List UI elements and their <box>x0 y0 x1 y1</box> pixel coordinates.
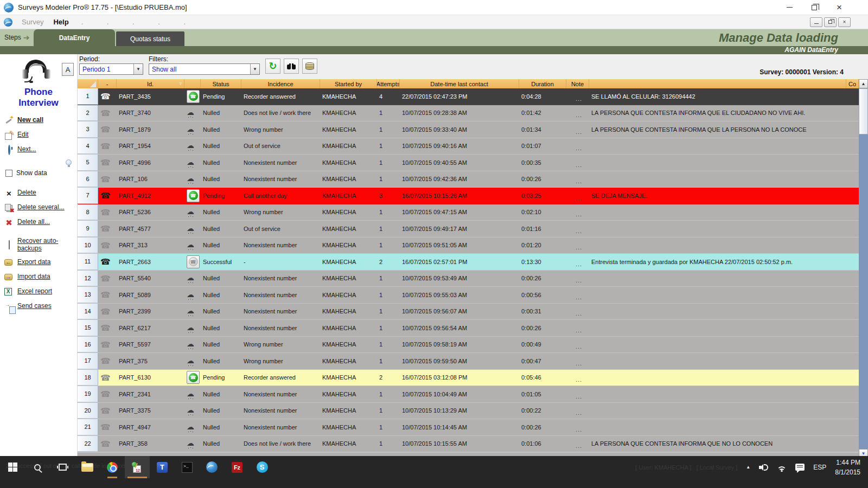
table-row[interactable]: 10☎PART_313☁NulledNonexistent numberKMAH… <box>78 237 859 254</box>
call-button[interactable]: ☎ <box>187 90 200 103</box>
notifications-icon[interactable] <box>795 464 805 471</box>
column-header-notetext[interactable] <box>589 79 846 88</box>
note-ellipsis-button[interactable]: ... <box>576 211 582 217</box>
child-minimize-button[interactable] <box>810 17 822 27</box>
edit-link[interactable]: Edit <box>17 131 29 139</box>
note-ellipsis-button[interactable]: ... <box>576 327 582 333</box>
table-row[interactable]: 17☎PART_375☁NulledWrong numberKMAHECHA11… <box>78 353 859 370</box>
note-ellipsis-button[interactable]: ... <box>576 261 582 267</box>
delete-several-link[interactable]: Delete several... <box>17 204 65 211</box>
show-data-checkbox[interactable] <box>5 170 12 177</box>
chevron-down-icon[interactable]: ▼ <box>133 64 143 74</box>
skype-button[interactable]: S <box>250 456 275 478</box>
teamviewer-button[interactable]: T <box>150 456 175 478</box>
note-ellipsis-button[interactable]: ... <box>576 426 582 433</box>
sidebar-item-excel-report[interactable]: X Excel report <box>4 287 77 297</box>
period-dropdown[interactable]: Periodo 1 ▼ <box>79 63 143 75</box>
file-explorer-button[interactable] <box>75 456 100 478</box>
wifi-icon[interactable] <box>777 464 787 471</box>
sidebar-item-next[interactable]: Next... <box>4 145 77 155</box>
table-row[interactable]: 13☎PART_5089☁NulledNonexistent numberKMA… <box>78 287 859 304</box>
table-row[interactable]: 12☎PART_5540☁NulledNonexistent numberKMA… <box>78 271 859 287</box>
column-header-corner[interactable] <box>78 79 98 88</box>
taskbar-clock[interactable]: 1:44 PM 8/1/2015 <box>835 458 860 477</box>
note-ellipsis-button[interactable]: ... <box>576 393 582 400</box>
note-ellipsis-button[interactable]: ... <box>576 112 582 118</box>
table-row[interactable]: 11☎PART_2663☎Successful-KMAHECHA216/07/2… <box>78 254 859 271</box>
table-row[interactable]: 14☎PART_2399☁NulledNonexistent numberKMA… <box>78 304 859 320</box>
column-header-note[interactable]: Note <box>566 79 589 88</box>
note-ellipsis-button[interactable]: ... <box>576 310 582 317</box>
note-ellipsis-button[interactable]: ... <box>576 145 582 151</box>
column-header-id[interactable]: Id.▿ <box>117 79 184 88</box>
table-row[interactable]: 1☎PART_3435☎PendingRecorder answeredKMAH… <box>78 88 859 105</box>
table-row[interactable]: 2☎PART_3740☁NulledDoes not live / work t… <box>78 105 859 122</box>
table-row[interactable]: 4☎PART_1954☁NulledOut of serviceKMAHECHA… <box>78 138 859 155</box>
note-ellipsis-button[interactable]: ... <box>576 162 582 168</box>
search-button[interactable] <box>25 456 50 478</box>
note-ellipsis-button[interactable]: ... <box>576 294 582 300</box>
table-row[interactable]: 8☎PART_5236☁NulledWrong numberKMAHECHA11… <box>78 204 859 221</box>
column-header-btn[interactable] <box>184 79 201 88</box>
delete-all-link[interactable]: Delete all... <box>17 219 50 226</box>
send-cases-link[interactable]: Send cases <box>17 303 52 310</box>
column-header-status[interactable]: Status <box>201 79 241 88</box>
column-header-phone[interactable]: - <box>98 79 117 88</box>
scroll-up-button[interactable]: ▲ <box>859 79 868 88</box>
column-header-incidence[interactable]: Incidence <box>241 79 320 88</box>
sidebar-item-delete-several[interactable]: Delete several... <box>4 203 77 213</box>
table-row[interactable]: 3☎PART_1879☁NulledWrong numberKMAHECHA11… <box>78 121 859 138</box>
refresh-button[interactable]: ↻ <box>265 59 280 74</box>
column-header-started[interactable]: Started by <box>320 79 377 88</box>
command-prompt-button[interactable]: >_ <box>175 456 200 478</box>
view-call-button[interactable]: ☎ <box>187 255 200 268</box>
child-restore-button[interactable] <box>824 17 837 27</box>
table-row[interactable]: 15☎PART_6217☁NulledNonexistent numberKMA… <box>78 320 859 337</box>
vertical-scrollbar[interactable]: ▲ ▼ <box>859 79 868 458</box>
column-header-datetime[interactable]: Date-time last contact <box>400 79 519 88</box>
steps-button[interactable]: Steps ➔ <box>4 33 29 42</box>
hidden-icons-button[interactable]: ▲ <box>746 465 750 470</box>
table-row[interactable]: 9☎PART_4577☁NulledOut of serviceKMAHECHA… <box>78 221 859 237</box>
language-indicator[interactable]: ESP <box>813 464 826 471</box>
child-close-button[interactable]: × <box>838 17 851 27</box>
note-ellipsis-button[interactable]: ... <box>576 376 582 383</box>
filezilla-button[interactable]: Fz <box>225 456 250 478</box>
chevron-down-icon[interactable]: ▼ <box>250 64 259 74</box>
delete-link[interactable]: Delete <box>17 189 36 197</box>
note-ellipsis-button[interactable]: ... <box>576 244 582 251</box>
chrome-button[interactable] <box>100 456 125 478</box>
call-button[interactable]: ☎ <box>187 371 200 384</box>
table-row[interactable]: 7☎PART_4912☎PendingCall another dayKMAHE… <box>78 188 859 204</box>
sidebar-item-send-cases[interactable]: Send cases <box>4 301 77 311</box>
note-ellipsis-button[interactable]: ... <box>576 95 582 102</box>
table-row[interactable]: 18☎PART_6130☎PendingRecorder answeredKMA… <box>78 370 859 387</box>
minimize-button[interactable] <box>777 0 802 15</box>
sidebar-item-edit[interactable]: Edit <box>4 130 77 140</box>
new-call-link[interactable]: New call <box>17 117 43 124</box>
data-source-button[interactable] <box>302 59 317 74</box>
note-ellipsis-button[interactable]: ... <box>576 360 582 367</box>
sidebar-item-recover-backups[interactable]: Recover auto-backups <box>4 237 77 253</box>
import-data-link[interactable]: Import data <box>17 273 50 281</box>
sidebar-item-import-data[interactable]: → Import data <box>4 272 77 282</box>
volume-icon[interactable] <box>759 464 768 471</box>
next-link[interactable]: Next... <box>17 146 36 153</box>
table-row[interactable]: 20☎PART_3375☁NulledNonexistent numberKMA… <box>78 403 859 420</box>
note-ellipsis-button[interactable]: ... <box>576 277 582 284</box>
close-button[interactable]: × <box>827 0 852 15</box>
note-ellipsis-button[interactable]: ... <box>576 178 582 184</box>
sidebar-item-delete[interactable]: × Delete <box>4 188 77 198</box>
restore-button[interactable] <box>802 0 827 15</box>
sidebar-item-delete-all[interactable]: ✖ Delete all... <box>4 217 77 227</box>
note-ellipsis-button[interactable]: ... <box>576 129 582 135</box>
table-row[interactable]: 21☎PART_4947☁NulledNonexistent numberKMA… <box>78 419 859 436</box>
tab-quotas-status[interactable]: Quotas status <box>116 31 184 46</box>
column-header-attempts[interactable]: Attempts <box>377 79 400 88</box>
scrollbar-thumb[interactable] <box>859 88 868 134</box>
column-header-co[interactable]: Co <box>846 79 859 88</box>
table-row[interactable]: 6☎PART_106☁NulledNonexistent numberKMAHE… <box>78 171 859 188</box>
note-ellipsis-button[interactable]: ... <box>576 343 582 350</box>
call-button[interactable]: ☎ <box>187 189 200 202</box>
menu-help[interactable]: Help <box>48 18 73 26</box>
